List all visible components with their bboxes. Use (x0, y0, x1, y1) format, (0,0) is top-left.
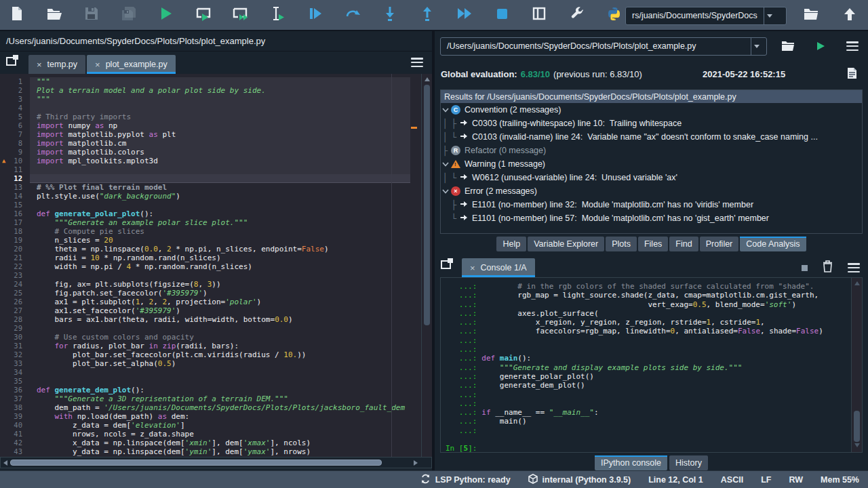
editor-line-24[interactable]: 24 fig, ax= plt.subplots(figsize=(8, 3)) (0, 280, 410, 289)
code-line-text[interactable]: ax1 = plt.subplot(1, 2, 2, projection='p… (30, 298, 410, 306)
code-line-text[interactable] (30, 174, 410, 183)
code-line-text[interactable]: """ (30, 95, 410, 104)
scroll-left-arrow[interactable] (3, 460, 7, 466)
gutter-line-number[interactable]: 24 (0, 280, 30, 289)
gutter-line-number[interactable]: 33 (0, 359, 30, 368)
scrollbar-thumb[interactable] (10, 460, 382, 466)
code-line-text[interactable]: plt.style.use("dark_background") (30, 192, 410, 201)
gutter-line-number[interactable]: 9 (0, 148, 30, 157)
analysis-open-file-button[interactable] (779, 37, 797, 55)
gutter-line-number[interactable]: 18 (0, 227, 30, 236)
code-line-text[interactable]: ax1.set_facecolor('#395979') (30, 306, 410, 315)
category-row-convention[interactable]: CConvention (2 messages) (441, 103, 862, 117)
tab-code-analysis[interactable]: Code Analysis (740, 237, 806, 251)
scroll-right-arrow[interactable] (414, 460, 418, 466)
gutter-line-number[interactable]: 29 (0, 324, 30, 333)
continue-button[interactable] (456, 6, 473, 24)
status-internal-python-3-9-5[interactable]: internal (Python 3.9.5) (528, 474, 631, 486)
editor-line-42[interactable]: 42 x_data = np.linspace(dem['xmin'], dem… (0, 439, 410, 447)
code-line-text[interactable] (30, 377, 410, 386)
scrollbar-thumb[interactable] (424, 85, 430, 325)
gutter-line-number[interactable]: 42 (0, 439, 30, 447)
editor-line-35[interactable]: 35 (0, 377, 410, 386)
gutter-line-number[interactable]: 34 (0, 368, 30, 377)
open-file-button[interactable] (45, 6, 63, 24)
run-selection-button[interactable] (269, 6, 287, 24)
category-row-warning[interactable]: !Warning (1 message) (441, 157, 862, 171)
code-line-text[interactable]: n_slices = 20 (30, 236, 410, 245)
interrupt-kernel-icon[interactable] (802, 265, 808, 271)
gutter-line-number[interactable]: 12 (0, 174, 30, 183)
close-tab-icon[interactable]: × (37, 60, 42, 70)
editor-line-25[interactable]: 25 fig.patch.set_facecolor('#395979') (0, 289, 410, 298)
tab-find[interactable]: Find (669, 237, 698, 251)
tab-ipython-console[interactable]: IPython console (595, 455, 667, 470)
editor-line-34[interactable]: 34 (0, 368, 410, 377)
gutter-line-number[interactable]: 14 (0, 192, 30, 201)
code-editor[interactable]: 1"""2Plot a terrain model and a polar pl… (0, 74, 432, 457)
editor-line-5[interactable]: 5# Third party imports (0, 113, 410, 121)
remove-console-button[interactable] (823, 260, 833, 275)
save-button[interactable] (83, 6, 100, 24)
tab-history[interactable]: History (669, 455, 708, 470)
editor-vertical-scrollbar[interactable] (421, 74, 432, 457)
message-row[interactable]: └E1101 (no-member) line 57: Module 'matp… (441, 211, 862, 225)
code-line-text[interactable] (30, 104, 410, 113)
gutter-line-number[interactable]: 1 (0, 77, 30, 86)
editor-line-31[interactable]: 31 for radius, plot_bar in zip(radii, ba… (0, 342, 410, 350)
code-line-text[interactable]: with np.load(dem_path) as dem: (30, 412, 410, 421)
working-directory-dropdown[interactable] (764, 7, 775, 24)
gutter-line-number[interactable]: 5 (0, 113, 30, 121)
editor-tab-plot_example.py[interactable]: ×plot_example.py (87, 55, 176, 74)
gutter-line-number[interactable]: 36 (0, 386, 30, 394)
gutter-line-number[interactable]: 21 (0, 253, 30, 262)
debug-file-button[interactable] (307, 6, 324, 24)
editor-line-28[interactable]: 28 bars = ax1.bar(theta, radii, width=wi… (0, 315, 410, 324)
editor-line-41[interactable]: 41 nrows, ncols = z_data.shape (0, 430, 410, 439)
step-over-button[interactable] (344, 6, 361, 24)
close-tab-icon[interactable]: × (470, 263, 475, 273)
code-line-text[interactable]: bars = ax1.bar(theta, radii, width=width… (30, 315, 410, 324)
gutter-line-number[interactable]: 13 (0, 183, 30, 192)
editor-tab-temp.py[interactable]: ×temp.py (28, 55, 85, 74)
editor-options-menu-button[interactable] (411, 58, 423, 67)
editor-line-18[interactable]: 18 # Compute pie slices (0, 227, 410, 236)
browse-tabs-button[interactable] (441, 258, 453, 272)
editor-line-37[interactable]: 37 """Generate a 3D reprisentation of a … (0, 394, 410, 403)
code-line-text[interactable]: """ (30, 77, 410, 86)
tab-plots[interactable]: Plots (606, 237, 637, 251)
run-cell-button[interactable] (195, 6, 212, 24)
browse-tabs-button[interactable] (6, 55, 18, 68)
gutter-line-number[interactable]: 26 (0, 298, 30, 306)
new-file-button[interactable] (8, 6, 26, 24)
editor-line-2[interactable]: 2Plot a terrain model and a polar plot s… (0, 86, 410, 95)
editor-line-30[interactable]: 30 # Use custom colors and opacity (0, 333, 410, 342)
code-line-text[interactable]: import numpy as np (30, 121, 410, 130)
editor-line-7[interactable]: 7import matplotlib.pyplot as plt (0, 130, 410, 139)
editor-line-17[interactable]: 17 """Generate an example polar slice pl… (0, 218, 410, 227)
code-line-text[interactable] (30, 271, 410, 280)
editor-line-1[interactable]: 1""" (0, 77, 410, 86)
message-row[interactable]: │└C0103 (invalid-name) line 24: Variable… (441, 130, 862, 144)
gutter-line-number[interactable]: 40 (0, 421, 30, 430)
editor-line-6[interactable]: 6import numpy as np (0, 121, 410, 130)
message-row[interactable]: │├C0303 (trailing-whitespace) line 10: T… (441, 117, 862, 130)
code-line-text[interactable]: # Third party imports (30, 113, 410, 121)
gutter-line-number[interactable]: 23 (0, 271, 30, 280)
message-row[interactable]: ├E1101 (no-member) line 32: Module 'matp… (441, 198, 862, 211)
scroll-up-arrow[interactable] (854, 281, 860, 285)
editor-line-20[interactable]: 20 theta = np.linspace(0.0, 2 * np.pi, n… (0, 245, 410, 253)
editor-line-23[interactable]: 23 (0, 271, 410, 280)
editor-line-11[interactable]: 11 (0, 165, 410, 174)
code-line-text[interactable]: # Compute pie slices (30, 227, 410, 236)
step-return-button[interactable] (418, 6, 436, 24)
code-line-text[interactable]: y_data = np.linspace(dem['ymin'], dem['y… (30, 447, 410, 456)
code-line-text[interactable]: theta = np.linspace(0.0, 2 * np.pi, n_sl… (30, 245, 410, 253)
editor-line-12[interactable]: 12 (0, 174, 410, 183)
maximize-pane-button[interactable] (530, 6, 548, 24)
editor-line-10[interactable]: ▲10import mpl_toolkits.mplot3d (0, 157, 410, 165)
run-file-button[interactable] (157, 6, 175, 24)
step-into-button[interactable] (381, 6, 399, 24)
tab-variable-explorer[interactable]: Variable Explorer (528, 237, 604, 251)
gutter-line-number[interactable]: 8 (0, 139, 30, 148)
